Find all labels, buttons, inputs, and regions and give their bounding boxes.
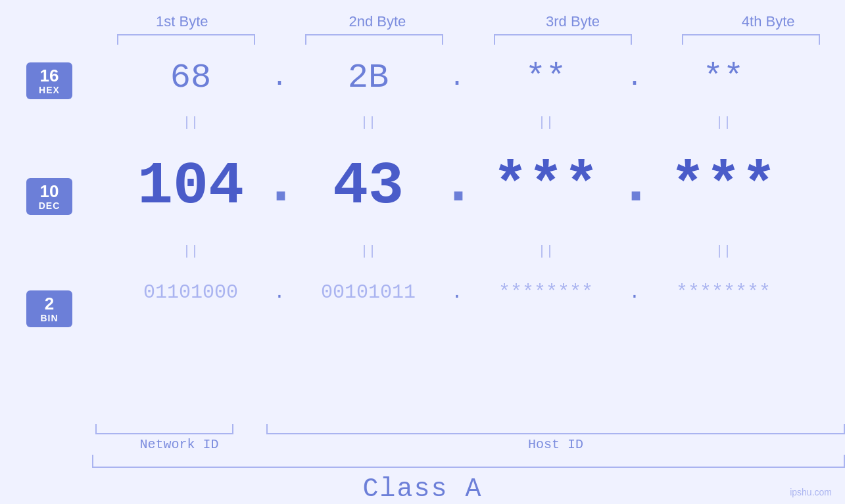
- byte-headers: 1st Byte 2nd Byte 3rd Byte 4th Byte: [0, 13, 845, 30]
- hex-badge: 16 HEX: [26, 62, 72, 100]
- dot-bin-2: .: [452, 283, 463, 303]
- bracket-byte1: [117, 34, 255, 45]
- bin-b2: 00101011: [296, 281, 441, 304]
- hex-b3: **: [473, 58, 618, 97]
- dot-dec-2: .: [441, 151, 476, 218]
- byte1-header: 1st Byte: [110, 13, 254, 30]
- bracket-byte3: [494, 34, 632, 45]
- dec-badge: 10 DEC: [26, 178, 72, 216]
- hex-data-row: 68 . 2B . ** . **: [118, 45, 845, 110]
- dec-b1: 104: [118, 153, 263, 220]
- dot-dec-3: .: [618, 151, 654, 218]
- host-id-label: Host ID: [266, 437, 845, 452]
- bin-b3: ********: [473, 281, 618, 304]
- bin-data-row: 01101000 . 00101011 . ******** .: [118, 263, 845, 322]
- network-bracket: [95, 424, 233, 434]
- dec-data-row: 104 . 43 . *** . ***: [118, 134, 845, 239]
- base-badges: 16 HEX 10 DEC 2 BIN: [26, 45, 118, 423]
- bracket-byte2: [305, 34, 443, 45]
- hex-b1: 68: [118, 58, 263, 97]
- dot-hex-2: .: [449, 63, 465, 93]
- eq-sep-2: || || || ||: [118, 239, 845, 263]
- dec-b3: ***: [473, 153, 618, 220]
- eq-sep-1: || || || ||: [118, 110, 845, 134]
- bottom-brackets: [92, 424, 845, 434]
- watermark: ipshu.com: [790, 487, 832, 497]
- network-id-label: Network ID: [92, 437, 266, 452]
- dot-hex-1: .: [272, 63, 287, 93]
- hex-b4: **: [651, 58, 796, 97]
- bin-b4: ********: [651, 281, 796, 304]
- bin-badge: 2 BIN: [26, 290, 72, 328]
- byte2-header: 2nd Byte: [305, 13, 450, 30]
- hex-b2: 2B: [296, 58, 441, 97]
- main-container: 1st Byte 2nd Byte 3rd Byte 4th Byte 16 H…: [0, 0, 845, 504]
- dot-bin-1: .: [274, 283, 285, 303]
- dec-b4: ***: [651, 153, 796, 220]
- dot-hex-3: .: [627, 63, 642, 93]
- dot-bin-3: .: [629, 283, 640, 303]
- top-brackets: [92, 34, 845, 45]
- values-area: 68 . 2B . ** . **: [118, 45, 845, 423]
- class-label: Class A: [0, 474, 845, 504]
- host-bracket: [266, 424, 845, 434]
- id-labels: Network ID Host ID: [92, 437, 845, 452]
- data-grid: 16 HEX 10 DEC 2 BIN: [0, 45, 845, 423]
- class-bracket: [92, 455, 845, 468]
- byte3-header: 3rd Byte: [500, 13, 645, 30]
- bin-b1: 01101000: [118, 281, 263, 304]
- dec-b2: 43: [296, 153, 441, 220]
- byte4-header: 4th Byte: [696, 13, 840, 30]
- dot-dec-1: .: [263, 151, 299, 218]
- bracket-byte4: [682, 34, 820, 45]
